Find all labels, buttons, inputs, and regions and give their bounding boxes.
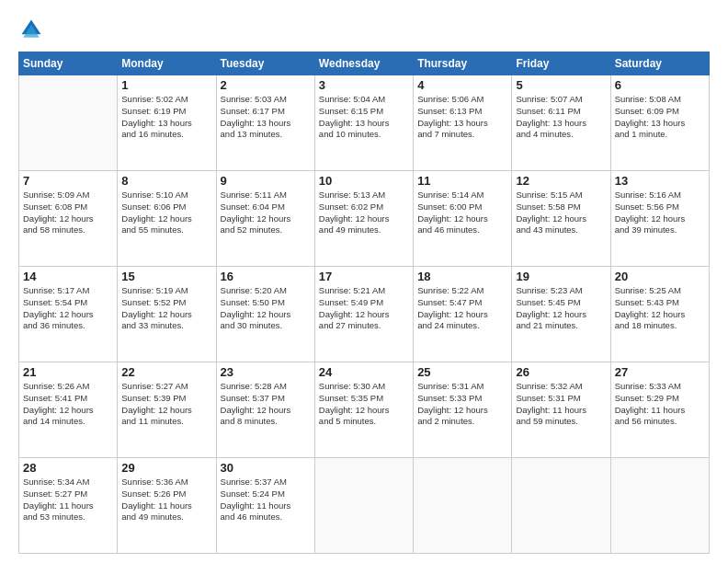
column-header-friday: Friday xyxy=(512,52,610,75)
day-info: Sunrise: 5:20 AM Sunset: 5:50 PM Dayligh… xyxy=(221,285,311,332)
day-number: 8 xyxy=(121,174,211,188)
calendar-cell: 25Sunrise: 5:31 AM Sunset: 5:33 PM Dayli… xyxy=(414,362,512,458)
calendar-cell: 20Sunrise: 5:25 AM Sunset: 5:43 PM Dayli… xyxy=(610,267,709,362)
day-info: Sunrise: 5:03 AM Sunset: 6:17 PM Dayligh… xyxy=(221,94,311,141)
calendar-week-row: 14Sunrise: 5:17 AM Sunset: 5:54 PM Dayli… xyxy=(19,267,710,362)
calendar-cell: 8Sunrise: 5:10 AM Sunset: 6:06 PM Daylig… xyxy=(118,171,216,267)
day-info: Sunrise: 5:13 AM Sunset: 6:02 PM Dayligh… xyxy=(319,190,409,236)
day-info: Sunrise: 5:36 AM Sunset: 5:26 PM Dayligh… xyxy=(121,477,211,523)
day-number: 14 xyxy=(23,270,113,283)
day-number: 17 xyxy=(319,270,409,283)
calendar-cell: 22Sunrise: 5:27 AM Sunset: 5:39 PM Dayli… xyxy=(118,362,216,458)
calendar-cell: 18Sunrise: 5:22 AM Sunset: 5:47 PM Dayli… xyxy=(414,267,512,362)
day-number: 26 xyxy=(516,365,606,379)
day-number: 25 xyxy=(417,365,507,379)
day-number: 24 xyxy=(319,365,409,379)
day-info: Sunrise: 5:30 AM Sunset: 5:35 PM Dayligh… xyxy=(319,381,409,428)
calendar-cell: 6Sunrise: 5:08 AM Sunset: 6:09 PM Daylig… xyxy=(610,75,709,171)
day-info: Sunrise: 5:14 AM Sunset: 6:00 PM Dayligh… xyxy=(417,190,507,236)
logo xyxy=(18,17,48,42)
day-info: Sunrise: 5:23 AM Sunset: 5:45 PM Dayligh… xyxy=(516,285,606,332)
day-number: 10 xyxy=(319,174,409,188)
calendar-cell: 5Sunrise: 5:07 AM Sunset: 6:11 PM Daylig… xyxy=(512,75,610,171)
day-number: 15 xyxy=(121,270,211,283)
column-header-monday: Monday xyxy=(118,52,216,75)
calendar-cell: 4Sunrise: 5:06 AM Sunset: 6:13 PM Daylig… xyxy=(414,75,512,171)
calendar-cell: 27Sunrise: 5:33 AM Sunset: 5:29 PM Dayli… xyxy=(610,362,709,458)
calendar-cell: 12Sunrise: 5:15 AM Sunset: 5:58 PM Dayli… xyxy=(512,171,610,267)
calendar-cell: 17Sunrise: 5:21 AM Sunset: 5:49 PM Dayli… xyxy=(314,267,413,362)
day-info: Sunrise: 5:06 AM Sunset: 6:13 PM Dayligh… xyxy=(417,94,507,141)
calendar-cell: 24Sunrise: 5:30 AM Sunset: 5:35 PM Dayli… xyxy=(314,362,413,458)
day-number: 12 xyxy=(516,174,606,188)
day-number: 4 xyxy=(417,78,507,92)
day-number: 1 xyxy=(121,78,211,92)
day-info: Sunrise: 5:32 AM Sunset: 5:31 PM Dayligh… xyxy=(516,381,606,428)
day-info: Sunrise: 5:37 AM Sunset: 5:24 PM Dayligh… xyxy=(221,477,311,523)
calendar-header-row: SundayMondayTuesdayWednesdayThursdayFrid… xyxy=(19,52,710,75)
column-header-wednesday: Wednesday xyxy=(314,52,413,75)
day-info: Sunrise: 5:08 AM Sunset: 6:09 PM Dayligh… xyxy=(615,94,705,141)
day-number: 18 xyxy=(417,270,507,283)
calendar-cell: 19Sunrise: 5:23 AM Sunset: 5:45 PM Dayli… xyxy=(512,267,610,362)
calendar-cell xyxy=(610,458,709,554)
calendar-week-row: 21Sunrise: 5:26 AM Sunset: 5:41 PM Dayli… xyxy=(19,362,710,458)
day-info: Sunrise: 5:26 AM Sunset: 5:41 PM Dayligh… xyxy=(23,381,113,428)
day-info: Sunrise: 5:34 AM Sunset: 5:27 PM Dayligh… xyxy=(23,477,113,523)
calendar-page: SundayMondayTuesdayWednesdayThursdayFrid… xyxy=(0,0,728,563)
calendar-cell: 9Sunrise: 5:11 AM Sunset: 6:04 PM Daylig… xyxy=(216,171,314,267)
logo-icon xyxy=(18,17,44,42)
day-number: 22 xyxy=(121,365,211,379)
day-info: Sunrise: 5:31 AM Sunset: 5:33 PM Dayligh… xyxy=(417,381,507,428)
day-info: Sunrise: 5:11 AM Sunset: 6:04 PM Dayligh… xyxy=(221,190,311,236)
calendar-cell: 10Sunrise: 5:13 AM Sunset: 6:02 PM Dayli… xyxy=(314,171,413,267)
day-number: 23 xyxy=(221,365,311,379)
column-header-saturday: Saturday xyxy=(610,52,709,75)
day-number: 5 xyxy=(516,78,606,92)
day-info: Sunrise: 5:33 AM Sunset: 5:29 PM Dayligh… xyxy=(615,381,705,428)
calendar-cell: 1Sunrise: 5:02 AM Sunset: 6:19 PM Daylig… xyxy=(118,75,216,171)
day-info: Sunrise: 5:25 AM Sunset: 5:43 PM Dayligh… xyxy=(615,285,705,332)
calendar-cell: 23Sunrise: 5:28 AM Sunset: 5:37 PM Dayli… xyxy=(216,362,314,458)
day-number: 13 xyxy=(615,174,705,188)
calendar-cell: 21Sunrise: 5:26 AM Sunset: 5:41 PM Dayli… xyxy=(19,362,118,458)
calendar-week-row: 1Sunrise: 5:02 AM Sunset: 6:19 PM Daylig… xyxy=(19,75,710,171)
day-info: Sunrise: 5:04 AM Sunset: 6:15 PM Dayligh… xyxy=(319,94,409,141)
day-info: Sunrise: 5:02 AM Sunset: 6:19 PM Dayligh… xyxy=(121,94,211,141)
calendar-table: SundayMondayTuesdayWednesdayThursdayFrid… xyxy=(18,52,710,554)
calendar-cell: 11Sunrise: 5:14 AM Sunset: 6:00 PM Dayli… xyxy=(414,171,512,267)
day-number: 16 xyxy=(221,270,311,283)
calendar-cell xyxy=(314,458,413,554)
day-info: Sunrise: 5:10 AM Sunset: 6:06 PM Dayligh… xyxy=(121,190,211,236)
day-info: Sunrise: 5:28 AM Sunset: 5:37 PM Dayligh… xyxy=(221,381,311,428)
calendar-cell: 7Sunrise: 5:09 AM Sunset: 6:08 PM Daylig… xyxy=(19,171,118,267)
calendar-cell: 2Sunrise: 5:03 AM Sunset: 6:17 PM Daylig… xyxy=(216,75,314,171)
day-info: Sunrise: 5:27 AM Sunset: 5:39 PM Dayligh… xyxy=(121,381,211,428)
day-info: Sunrise: 5:07 AM Sunset: 6:11 PM Dayligh… xyxy=(516,94,606,141)
calendar-cell: 29Sunrise: 5:36 AM Sunset: 5:26 PM Dayli… xyxy=(118,458,216,554)
column-header-thursday: Thursday xyxy=(414,52,512,75)
day-info: Sunrise: 5:16 AM Sunset: 5:56 PM Dayligh… xyxy=(615,190,705,236)
day-info: Sunrise: 5:19 AM Sunset: 5:52 PM Dayligh… xyxy=(121,285,211,332)
day-number: 7 xyxy=(23,174,113,188)
day-number: 20 xyxy=(615,270,705,283)
calendar-cell xyxy=(414,458,512,554)
day-number: 27 xyxy=(615,365,705,379)
day-number: 2 xyxy=(221,78,311,92)
day-number: 19 xyxy=(516,270,606,283)
day-info: Sunrise: 5:15 AM Sunset: 5:58 PM Dayligh… xyxy=(516,190,606,236)
calendar-week-row: 7Sunrise: 5:09 AM Sunset: 6:08 PM Daylig… xyxy=(19,171,710,267)
day-info: Sunrise: 5:22 AM Sunset: 5:47 PM Dayligh… xyxy=(417,285,507,332)
day-number: 9 xyxy=(221,174,311,188)
day-number: 28 xyxy=(23,461,113,475)
column-header-sunday: Sunday xyxy=(19,52,118,75)
calendar-week-row: 28Sunrise: 5:34 AM Sunset: 5:27 PM Dayli… xyxy=(19,458,710,554)
day-info: Sunrise: 5:09 AM Sunset: 6:08 PM Dayligh… xyxy=(23,190,113,236)
calendar-cell: 30Sunrise: 5:37 AM Sunset: 5:24 PM Dayli… xyxy=(216,458,314,554)
calendar-cell xyxy=(512,458,610,554)
day-number: 29 xyxy=(121,461,211,475)
calendar-cell: 3Sunrise: 5:04 AM Sunset: 6:15 PM Daylig… xyxy=(314,75,413,171)
header xyxy=(18,17,710,42)
calendar-cell: 13Sunrise: 5:16 AM Sunset: 5:56 PM Dayli… xyxy=(610,171,709,267)
day-number: 6 xyxy=(615,78,705,92)
